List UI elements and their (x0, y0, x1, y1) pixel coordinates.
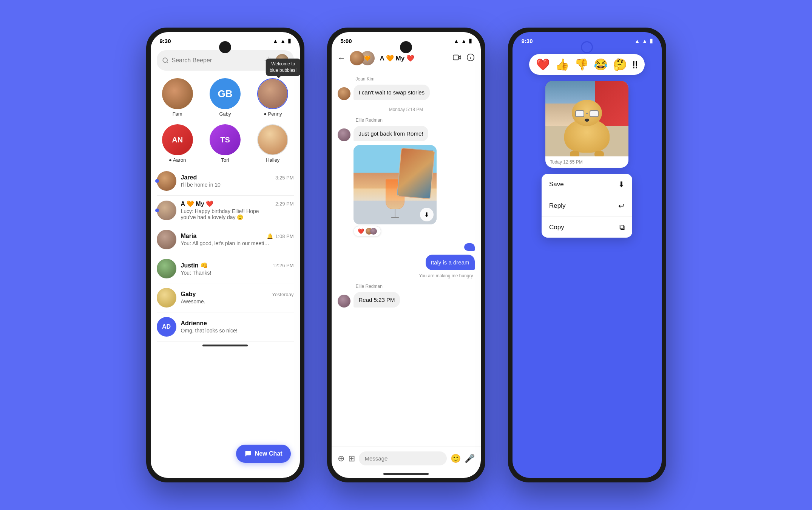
chat-content-justin: Justin 👊 12:26 PM You: Thanks! (181, 262, 294, 276)
chat-avatar-gaby2 (157, 288, 176, 308)
msg-avatar-ellie (338, 128, 350, 141)
status-icons-1: ▲ ▲ ▮ (273, 37, 291, 44)
status-time-1: 9:30 (160, 38, 171, 44)
emoji-icon[interactable]: 🙂 (451, 454, 461, 464)
svg-marker-3 (458, 56, 460, 59)
chat-name-jared: Jared (181, 174, 197, 181)
story-item-gaby[interactable]: GB Gaby (204, 78, 246, 117)
story-row-1: Fam GB Gaby ● Penny Welcome toblue bubbl… (151, 74, 300, 121)
reaction-bar: ❤️ (354, 226, 381, 236)
message-input[interactable] (359, 451, 447, 465)
context-item-copy[interactable]: Copy ⧉ (542, 217, 632, 238)
chat-content-adrienne: Adrienne Omg, that looks so nice! (181, 320, 294, 334)
dog-image (545, 81, 628, 156)
back-button[interactable]: ← (338, 53, 346, 63)
save-label: Save (549, 181, 564, 188)
story-avatar-gaby: GB (210, 78, 241, 109)
chat-view: 5:00 ▲ ▲ ▮ ← 🧡 A 🧡 My ❤️ (332, 32, 481, 478)
msg-row-2: Just got back from Rome! (338, 126, 475, 141)
story-avatar-tori: TS (210, 124, 241, 155)
chat-item-amy[interactable]: A 🧡 My ❤️ 2:29 PM Lucy: Happy birthday E… (157, 196, 294, 225)
header-avatar-1 (350, 51, 364, 65)
chat-avatar-jared (157, 171, 176, 191)
battery-icon-2: ▮ (469, 37, 472, 44)
camera-notch-3 (581, 41, 593, 53)
mute-icon: 🔔 (267, 233, 273, 239)
save-icon: ⬇ (618, 180, 625, 189)
new-chat-button[interactable]: New Chat (236, 445, 291, 463)
emoji-heart[interactable]: ❤️ (536, 58, 550, 71)
story-item-tori[interactable]: TS Tori (204, 124, 246, 163)
story-name-fam: Fam (173, 111, 182, 117)
download-button[interactable]: ⬇ (420, 208, 434, 221)
phone-3: 9:30 ▲ ▲ ▮ ❤️ 👍 👎 😂 🤔 ‼️ (508, 28, 666, 482)
bubble-sent-1 (464, 243, 475, 251)
story-avatar-hailey (257, 124, 288, 155)
chat-name-amy: A 🧡 My ❤️ (181, 200, 214, 207)
header-icons (453, 53, 475, 63)
chat-avatar-adrienne: AD (157, 317, 176, 337)
emoji-exclaim[interactable]: ‼️ (632, 58, 638, 71)
video-icon[interactable] (453, 53, 461, 63)
camera-notch-1 (219, 41, 231, 53)
info-icon[interactable] (466, 53, 475, 63)
chat-time-gaby2: Yesterday (272, 292, 293, 297)
chat-name-maria: Maria (181, 233, 197, 240)
chat-time-jared: 3:25 PM (275, 175, 293, 181)
story-item-fam[interactable]: Fam (157, 78, 198, 117)
story-item-penny[interactable]: ● Penny Welcome toblue bubbles! (252, 78, 293, 117)
chat-avatar-maria (157, 230, 176, 249)
chat-item-jared[interactable]: Jared 3:25 PM I'll be home in 10 (157, 167, 294, 196)
wifi-icon-3: ▲ (634, 38, 640, 44)
emoji-thumbsup[interactable]: 👍 (555, 58, 569, 71)
bubble-sent-2: Italy is a dream (426, 255, 475, 270)
svg-line-1 (167, 62, 168, 63)
add-icon[interactable]: ⊕ (338, 454, 344, 464)
story-row-2: AN ● Aaron TS Tori Hailey (151, 121, 300, 167)
chat-name-adrienne: Adrienne (181, 320, 207, 327)
story-item-hailey[interactable]: Hailey (252, 124, 293, 163)
emoji-laugh[interactable]: 😂 (594, 58, 608, 71)
emoji-thumbsdown[interactable]: 👎 (574, 58, 588, 71)
chat-time-maria: 1:08 PM (275, 233, 293, 239)
phone3-content: ❤️ 👍 👎 😂 🤔 ‼️ (513, 46, 662, 478)
status-time-2: 5:00 (341, 38, 352, 44)
image-message-container: ⬇ ❤️ (354, 145, 437, 236)
story-avatar-fam (162, 78, 193, 109)
chat-content-amy: A 🧡 My ❤️ 2:29 PM Lucy: Happy birthday E… (181, 200, 294, 220)
chat-avatar-amy (157, 201, 176, 220)
story-item-aaron[interactable]: AN ● Aaron (157, 124, 198, 163)
attach-icon[interactable]: ⊞ (348, 454, 355, 464)
new-chat-label: New Chat (255, 450, 283, 457)
msg-row-1: I can't wait to swap stories (338, 85, 475, 100)
chat-name-justin: Justin 👊 (181, 262, 208, 269)
heart-reaction: ❤️ (358, 228, 364, 234)
signal-icon-3: ▲ (642, 38, 648, 44)
context-item-save[interactable]: Save ⬇ (542, 174, 632, 195)
emoji-think[interactable]: 🤔 (613, 58, 627, 71)
context-item-reply[interactable]: Reply ↩ (542, 195, 632, 217)
reply-icon: ↩ (618, 201, 625, 210)
welcome-tooltip: Welcome toblue bubbles! (266, 59, 299, 76)
bubble-last: Read 5:23 PM (354, 292, 400, 308)
chat-item-justin[interactable]: Justin 👊 12:26 PM You: Thanks! (157, 254, 294, 283)
timestamp-monday: Monday 5:18 PM (338, 107, 475, 112)
chat-time-justin: 12:26 PM (273, 263, 294, 268)
camera-notch-2 (400, 41, 412, 53)
emoji-reaction-bar: ❤️ 👍 👎 😂 🤔 ‼️ (529, 54, 645, 75)
chat-item-adrienne[interactable]: AD Adrienne Omg, that looks so nice! (157, 312, 294, 342)
search-input[interactable] (172, 57, 261, 64)
phone-1: 9:30 ▲ ▲ ▮ (146, 28, 304, 482)
chat-preview-adrienne: Omg, that looks so nice! (181, 328, 272, 334)
chat-item-gaby2[interactable]: Gaby Yesterday Awesome. (157, 283, 294, 312)
msg-row-sent-2: Italy is a dream (338, 255, 475, 270)
svg-point-0 (163, 58, 167, 62)
bubble-2: Just got back from Rome! (354, 126, 429, 141)
wifi-icon-2: ▲ (454, 38, 459, 44)
chat-avatar-justin (157, 259, 176, 278)
chat-bubble-icon (244, 450, 252, 457)
messages-area: Jean Kim I can't wait to swap stories Mo… (332, 70, 481, 447)
chat-item-maria[interactable]: Maria 🔔 1:08 PM You: All good, let's pla… (157, 225, 294, 254)
mic-icon[interactable]: 🎤 (465, 454, 475, 464)
image-timestamp: Today 12:55 PM (545, 156, 628, 168)
